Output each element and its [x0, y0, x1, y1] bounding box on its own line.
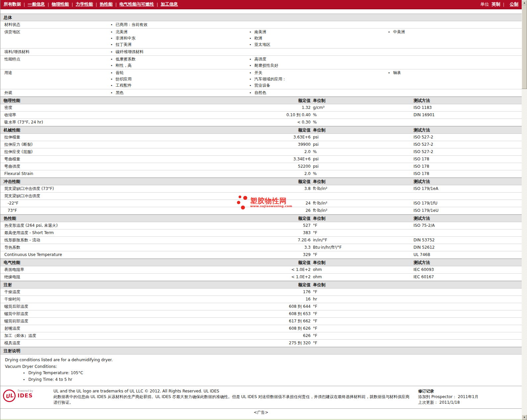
- property-label: 密度: [0, 105, 186, 110]
- property-unit: %: [311, 113, 412, 118]
- property-test-method: ISO 1183: [412, 105, 522, 110]
- unit-metric-toggle[interactable]: 公制: [510, 1, 518, 7]
- property-row: 最高使用温度 - Short Term 383 °F: [0, 229, 522, 237]
- general-col-2: • 高强度 • 耐磨损性良好: [245, 56, 383, 69]
- property-value: 608 到 626: [186, 326, 311, 331]
- property-section: 电气性能 额定值 单位制 测试方法 表面电阻率 < 1.0E+2 ohm IEC…: [0, 259, 522, 281]
- property-unit: %: [311, 171, 412, 176]
- scroll-down-button[interactable]: ▼: [522, 415, 527, 420]
- property-unit: %: [311, 120, 412, 125]
- bullet-icon: •: [111, 29, 113, 35]
- property-test-method: [412, 311, 522, 316]
- units-label: 单位: [481, 1, 489, 7]
- footer-legal-text: UL and the UL logo are trademarks of UL …: [53, 388, 410, 405]
- vertical-scrollbar[interactable]: ▲ ▼: [522, 0, 527, 420]
- nav-tab-5[interactable]: 热性能: [100, 1, 113, 7]
- property-label: 螺筒后部温度: [0, 304, 186, 309]
- section-rows: 简支梁缺口冲击强度 (73°F) 3.8 ft·lb/in² ISO 179/1…: [0, 185, 522, 214]
- property-value: [186, 194, 311, 199]
- general-rows: 材料状态 • 已商用：当前有效 供货地区 • 北美洲 • 非洲和中东 • 拉丁美…: [0, 21, 522, 97]
- property-value: 608 到 644: [186, 304, 311, 309]
- property-unit: psi: [311, 142, 412, 147]
- nav-tab-1[interactable]: 所有数据: [4, 1, 21, 7]
- general-col-2: • 自然色: [245, 90, 383, 96]
- unit-imperial-toggle[interactable]: 英制: [492, 1, 500, 7]
- revision-added-value: 2011年1月: [458, 394, 479, 399]
- bullet-icon: •: [249, 82, 252, 89]
- property-unit: ft·lb/in²: [311, 186, 412, 191]
- property-value: 2.0: [186, 149, 311, 154]
- property-label: 螺筒前部温度: [0, 319, 186, 324]
- property-label: 热变形温度 (264 psi, 未退火): [0, 223, 186, 228]
- property-row: 弯曲模量 3.34E+6 psi ISO 178: [0, 156, 522, 163]
- general-row-label: 性能特点: [0, 56, 106, 69]
- note-text: Drying conditions listed are for a dehum…: [5, 358, 113, 362]
- nav-tab-7[interactable]: 加工信息: [161, 1, 178, 7]
- property-value: 16: [186, 297, 311, 302]
- list-item: • 刚性，高: [106, 62, 245, 69]
- note-bullet-line: • Drying Temperature: 105°C: [0, 370, 522, 377]
- nav-tab-3[interactable]: 物理性能: [52, 1, 69, 7]
- list-item: • 开关: [245, 70, 383, 76]
- bullet-icon: •: [23, 377, 25, 383]
- property-unit: °F: [311, 326, 412, 331]
- property-value: 2.0: [186, 171, 311, 176]
- scroll-up-button[interactable]: ▲: [522, 0, 527, 5]
- nav-separator: |: [72, 2, 73, 7]
- property-unit: ohm: [311, 275, 412, 280]
- list-item-text: 已商用：当前有效: [116, 22, 148, 28]
- property-unit: °F: [311, 311, 412, 316]
- section-title: 物理性能: [0, 98, 186, 103]
- list-item-text: 拉丁美洲: [116, 42, 132, 48]
- unit-column-header: 单位制: [311, 282, 412, 287]
- property-label: 射嘴温度: [0, 326, 186, 331]
- general-row-label: 用途: [0, 70, 106, 89]
- property-section: 注射 额定值 单位制 干燥温度 176 °F 干燥时间 16 hr 螺筒后部温度…: [0, 281, 522, 347]
- property-test-method: ISO 179/1eU: [412, 208, 522, 213]
- bullet-icon: •: [388, 70, 390, 76]
- property-value: 3.63E+6: [186, 135, 311, 140]
- bullet-icon: •: [111, 76, 113, 82]
- revision-record: 修订记录 添加到 Prospector： 2011年1月 上次更新： 2011/…: [418, 388, 518, 405]
- general-row: 材料状态 • 已商用：当前有效: [0, 21, 522, 29]
- property-label: 收缩率: [0, 113, 186, 118]
- property-label: Continuous Use Temperature: [0, 252, 186, 257]
- list-item-text: 亚太地区: [255, 42, 270, 48]
- property-value: 7.2E-6: [186, 238, 311, 243]
- nav-tab-4[interactable]: 力学性能: [76, 1, 93, 7]
- property-test-method: [412, 333, 522, 338]
- bullet-icon: •: [111, 35, 113, 42]
- property-test-method: UL 746B: [412, 252, 522, 257]
- list-item: • 齿轮: [106, 70, 245, 76]
- list-item: • 欧洲: [245, 35, 383, 42]
- property-row: 干燥温度 176 °F: [0, 289, 522, 296]
- property-value: 0.10 到 0.40: [186, 113, 311, 118]
- bullet-icon: •: [111, 49, 113, 55]
- list-item: • 南美洲: [245, 29, 383, 35]
- property-unit: psi: [311, 164, 412, 169]
- property-value: 617 到 662: [186, 319, 311, 324]
- list-item: • 轴承: [383, 70, 522, 76]
- nav-tab-2[interactable]: 一般信息: [28, 1, 45, 7]
- property-unit: [311, 194, 412, 199]
- property-test-method: DIN 16901: [412, 113, 522, 118]
- ul-logo-icon: UL: [2, 388, 17, 403]
- property-label: 加工（熔体）温度: [0, 333, 186, 338]
- nav-tab-6[interactable]: 电气性能与可燃性: [119, 1, 154, 7]
- property-label: 干燥温度: [0, 290, 186, 294]
- property-unit: ohm: [311, 267, 412, 272]
- property-label: 表面电阻率: [0, 267, 186, 272]
- nav-separator: |: [47, 2, 49, 7]
- general-row: 供货地区 • 北美洲 • 非洲和中东 • 拉丁美洲 • 南美洲 • 欧洲 • 亚…: [0, 29, 522, 48]
- property-test-method: IEC 60167: [412, 275, 522, 280]
- scrollbar-thumb[interactable]: [522, 5, 527, 89]
- property-row: 拉伸应变 (屈服) 2.0 % ISO 527-2: [0, 148, 522, 156]
- property-test-method: [412, 230, 522, 235]
- property-unit: °F: [311, 230, 412, 235]
- property-row: 73°F 26 ft·lb/in² ISO 179/1eU: [0, 207, 522, 214]
- list-item: • 低摩擦系数: [106, 56, 245, 62]
- section-title: 注射: [0, 282, 186, 287]
- list-item: • 工程配件: [106, 82, 245, 89]
- section-title: 冲击性能: [0, 179, 186, 184]
- property-label: 拉伸应变 (屈服): [0, 149, 186, 154]
